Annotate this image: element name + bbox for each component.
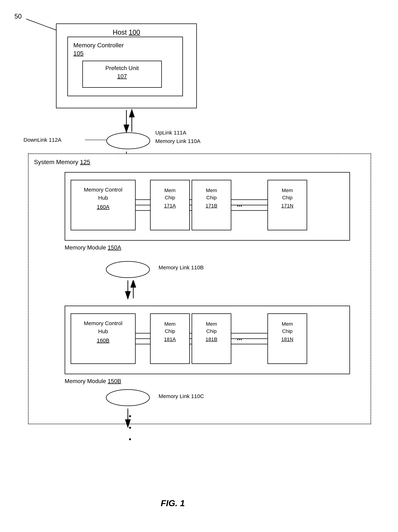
chip-181a-label2: Chip bbox=[151, 328, 189, 334]
svg-line-0 bbox=[26, 19, 58, 31]
memory-controller-ref: 105 bbox=[73, 50, 83, 57]
hub-b-label2: Hub bbox=[71, 328, 135, 335]
svg-point-34 bbox=[106, 390, 149, 406]
memory-link-110c-label: Memory Link 110C bbox=[159, 393, 204, 399]
module-a-ref: 150A bbox=[108, 244, 121, 251]
prefetch-unit-box: Prefetch Unit 107 bbox=[82, 61, 162, 88]
chip-181a-ref: 181A bbox=[151, 336, 189, 342]
host-ref: 100 bbox=[129, 29, 140, 36]
hub-a-ref: 160A bbox=[71, 204, 135, 210]
hub-b-label: Memory Control bbox=[71, 320, 135, 326]
diagram: 50 Host 100 bbox=[0, 0, 398, 532]
memory-link-110a-ellipse-svg bbox=[105, 130, 152, 152]
memory-module-b-box: Memory Control Hub 160B Mem Chip 181A Me… bbox=[65, 306, 350, 374]
module-a-label: Memory Module 150A bbox=[65, 244, 121, 251]
module-b-label: Memory Module 150B bbox=[65, 378, 121, 385]
chip-171n-ref: 171N bbox=[268, 203, 307, 209]
system-memory-box: System Memory 125 Memory Control Hub 160… bbox=[28, 153, 371, 424]
uplink-label: UpLink 111A bbox=[155, 130, 186, 136]
chip-181n-label: Mem bbox=[268, 321, 307, 327]
hub-b-box: Memory Control Hub 160B bbox=[71, 313, 136, 364]
memory-link-110b-ellipse-svg bbox=[104, 259, 151, 280]
chip-dots-a: ... bbox=[237, 201, 242, 208]
chip-181b-label: Mem bbox=[192, 321, 231, 327]
chip-181n-label2: Chip bbox=[268, 328, 307, 334]
chip-dots-b: ... bbox=[237, 334, 242, 342]
memory-controller-label: Memory Controller bbox=[73, 42, 124, 49]
chip-181n-ref: 181N bbox=[268, 336, 307, 342]
prefetch-unit-label: Prefetch Unit bbox=[83, 65, 161, 71]
chip-171a-label: Mem bbox=[151, 188, 189, 193]
chip-171b-ref: 171B bbox=[192, 203, 231, 209]
chip-171a-box: Mem Chip 171A bbox=[150, 180, 190, 230]
svg-point-21 bbox=[106, 261, 149, 278]
host-label: Host 100 bbox=[57, 29, 196, 36]
figure-label: FIG. 1 bbox=[161, 498, 185, 508]
chip-181b-box: Mem Chip 181B bbox=[192, 313, 231, 364]
system-memory-ref: 125 bbox=[80, 158, 90, 165]
chip-181n-box: Mem Chip 181N bbox=[267, 313, 307, 364]
memory-link-110b-label: Memory Link 110B bbox=[159, 265, 204, 271]
memory-link-110c-ellipse-svg bbox=[104, 387, 151, 409]
chip-171b-label: Mem bbox=[192, 188, 231, 193]
arrow-110b-svg bbox=[124, 280, 139, 302]
prefetch-unit-ref: 107 bbox=[83, 73, 161, 80]
chip-181a-label: Mem bbox=[151, 321, 189, 327]
chip-171n-label2: Chip bbox=[268, 195, 307, 201]
downlink-label: DownLink 112A bbox=[24, 137, 61, 143]
svg-point-11 bbox=[107, 133, 150, 149]
hub-a-box: Memory Control Hub 160A bbox=[71, 180, 136, 230]
chip-171n-label: Mem bbox=[268, 188, 307, 193]
hub-a-label: Memory Control bbox=[71, 187, 135, 193]
ref-50-label: 50 bbox=[14, 13, 22, 20]
chip-171a-ref: 171A bbox=[151, 203, 189, 209]
chip-181b-label2: Chip bbox=[192, 328, 231, 334]
memory-module-a-box: Memory Control Hub 160A Mem Chip 171A Me… bbox=[65, 172, 350, 241]
bottom-dots: ••• bbox=[129, 410, 131, 445]
chip-171n-box: Mem Chip 171N bbox=[267, 180, 307, 230]
module-b-ref: 150B bbox=[108, 378, 121, 384]
chip-181b-ref: 181B bbox=[192, 336, 231, 342]
chip-181a-box: Mem Chip 181A bbox=[150, 313, 190, 364]
memory-link-110a-label: Memory Link 110A bbox=[155, 138, 200, 144]
chip-171b-label2: Chip bbox=[192, 195, 231, 201]
hub-b-ref: 160B bbox=[71, 337, 135, 343]
system-memory-label: System Memory 125 bbox=[34, 158, 90, 165]
arrow-110c-svg bbox=[124, 409, 139, 430]
memory-controller-box: Memory Controller 105 Prefetch Unit 107 bbox=[67, 37, 183, 96]
host-box: Host 100 Memory Controller 105 Prefetch … bbox=[56, 24, 197, 108]
hub-a-label2: Hub bbox=[71, 195, 135, 201]
chip-171b-box: Mem Chip 171B bbox=[192, 180, 231, 230]
chip-171a-label2: Chip bbox=[151, 195, 189, 201]
